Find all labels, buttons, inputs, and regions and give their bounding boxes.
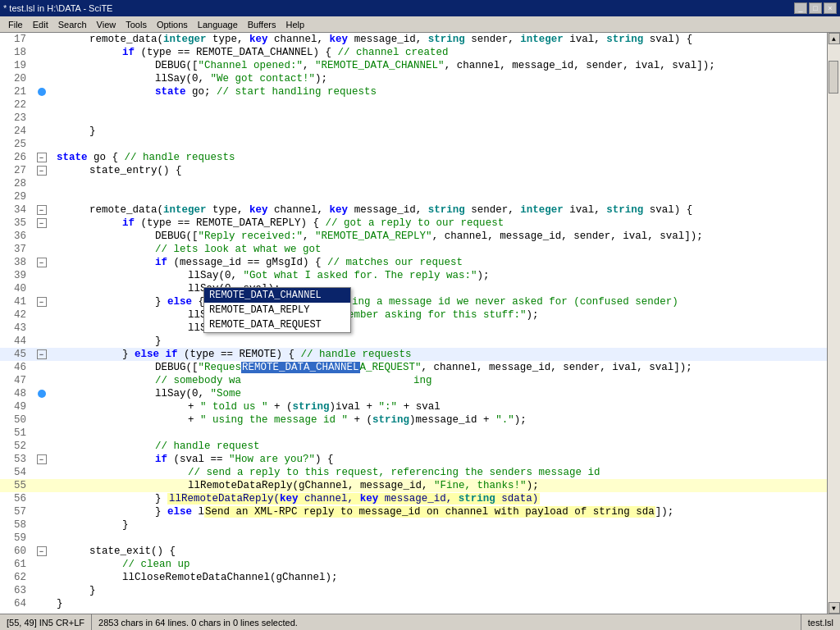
editor[interactable]: 17 remote_data(integer type, key channel… — [0, 33, 840, 614]
fold-marker[interactable]: − — [37, 205, 47, 215]
autocomplete-dropdown[interactable]: REMOTE_DATA_CHANNEL REMOTE_DATA_REPLY RE… — [203, 287, 351, 333]
close-button[interactable]: × — [824, 2, 837, 14]
menu-search[interactable]: Search — [53, 18, 92, 31]
table-row: 17 remote_data(integer type, key channel… — [0, 33, 827, 46]
table-row: 21 state go; // start handling requests — [0, 85, 827, 98]
cursor-position: [55, 49] IN5 CR+LF — [0, 614, 92, 630]
autocomplete-item-1[interactable]: REMOTE_DATA_REPLY — [204, 303, 350, 317]
table-row: 47 // somebody wa ing — [0, 374, 827, 387]
table-row: 60 − state_exit() { — [0, 545, 827, 558]
fold-marker[interactable]: − — [37, 258, 47, 267]
table-row: 43 llSay(0, sval); — [0, 322, 827, 335]
filename: test.lsl — [801, 614, 840, 630]
table-row: 54 // send a reply to this request, refe… — [0, 466, 827, 479]
table-row: 48 llSay(0, "Some — [0, 387, 827, 400]
titlebar-buttons[interactable]: _ □ × — [794, 2, 837, 14]
table-row: 62 llCloseRemoteDataChannel(gChannel); — [0, 571, 827, 584]
menu-language[interactable]: Language — [193, 18, 243, 31]
vertical-scrollbar[interactable]: ▲ ▼ — [827, 33, 840, 614]
fold-marker[interactable]: − — [37, 218, 47, 228]
table-row: 45 − } else if (type == REMOTE) { // han… — [0, 348, 827, 361]
fold-marker[interactable]: − — [37, 546, 47, 556]
menu-help[interactable]: Help — [281, 18, 309, 31]
table-row: 40 llSay(0, sval); — [0, 282, 827, 295]
menu-edit[interactable]: Edit — [28, 18, 53, 31]
table-row: 50 + " using the message id " + (string)… — [0, 413, 827, 427]
menu-tools[interactable]: Tools — [121, 18, 152, 31]
scroll-up-button[interactable]: ▲ — [829, 33, 840, 44]
table-row: 56 } llRemoteDataReply(key channel, key … — [0, 492, 827, 505]
table-row: 34 − remote_data(integer type, key chann… — [0, 203, 827, 217]
code-container: 17 remote_data(integer type, key channel… — [0, 33, 840, 614]
fold-marker[interactable]: − — [37, 297, 47, 307]
scroll-down-button[interactable]: ▼ — [829, 602, 840, 614]
menu-options[interactable]: Options — [152, 18, 193, 31]
scroll-track[interactable] — [828, 44, 840, 602]
table-row: 61 // clean up — [0, 558, 827, 571]
menubar: File Edit Search View Tools Options Lang… — [0, 16, 840, 33]
file-info: 2853 chars in 64 lines. 0 chars in 0 lin… — [92, 614, 801, 630]
table-row: 55 llRemoteDataReply(gChannel, message_i… — [0, 479, 827, 492]
table-row: 49 + " told us " + (string)ival + ":" + … — [0, 400, 827, 413]
table-row: 51 — [0, 427, 827, 440]
menu-file[interactable]: File — [3, 18, 28, 31]
table-row: 63 } — [0, 584, 827, 597]
maximize-button[interactable]: □ — [809, 2, 822, 14]
titlebar: * test.lsl in H:\DATA - SciTE _ □ × — [0, 0, 840, 16]
table-row: 64 } — [0, 597, 827, 610]
table-row: 46 DEBUG(["RequesREMOTE_DATA_CHANNELA_RE… — [0, 361, 827, 374]
table-row: 25 — [0, 138, 827, 151]
table-row: 27 − state_entry() { — [0, 164, 827, 177]
table-row: 22 — [0, 98, 827, 112]
table-row: 18 if (type == REMOTE_DATA_CHANNEL) { //… — [0, 46, 827, 59]
fold-marker[interactable]: − — [37, 349, 47, 359]
scroll-thumb[interactable] — [829, 61, 838, 94]
fold-marker[interactable]: − — [37, 166, 47, 176]
table-row: 52 // handle request — [0, 440, 827, 453]
menu-view[interactable]: View — [92, 18, 121, 31]
menu-buffers[interactable]: Buffers — [243, 18, 281, 31]
table-row: 29 — [0, 190, 827, 203]
statusbar: [55, 49] IN5 CR+LF 2853 chars in 64 line… — [0, 614, 840, 630]
table-row: 24 } — [0, 125, 827, 138]
minimize-button[interactable]: _ — [794, 2, 807, 14]
table-row: 41 − } else { // got a reply referencing… — [0, 295, 827, 308]
table-row: 37 // lets look at what we got — [0, 243, 827, 256]
table-row: 58 } — [0, 518, 827, 532]
code-area[interactable]: 17 remote_data(integer type, key channel… — [0, 33, 827, 614]
table-row: 59 — [0, 532, 827, 545]
table-row: 26 − state go { // handle requests — [0, 151, 827, 164]
table-row: 38 − if (message_id == gMsgId) { // matc… — [0, 256, 827, 269]
table-row: 57 } else lSend an XML-RPC reply to mess… — [0, 505, 827, 518]
table-row: 39 llSay(0, "Got what I asked for. The r… — [0, 269, 827, 282]
table-row: 20 llSay(0, "We got contact!"); — [0, 72, 827, 85]
table-row: 42 llSay(0, "Hmm, I don't remember askin… — [0, 308, 827, 322]
autocomplete-item-0[interactable]: REMOTE_DATA_CHANNEL — [204, 288, 350, 303]
tooltip-function: llRemoteDataReply(key channel, key messa… — [167, 493, 540, 504]
table-row: 23 — [0, 112, 827, 125]
fold-marker[interactable]: − — [37, 454, 47, 464]
table-row: 53 − if (sval == "How are you?") { — [0, 453, 827, 466]
table-row: 36 DEBUG(["Reply received:", "REMOTE_DAT… — [0, 230, 827, 243]
table-row: 19 DEBUG(["Channel opened:", "REMOTE_DAT… — [0, 59, 827, 72]
table-row: 35 − if (type == REMOTE_DATA_REPLY) { //… — [0, 217, 827, 230]
fold-marker[interactable]: − — [37, 153, 47, 162]
title-text: * test.lsl in H:\DATA - SciTE — [3, 3, 112, 13]
table-row: 28 — [0, 177, 827, 190]
table-row: 44 } — [0, 335, 827, 348]
autocomplete-item-2[interactable]: REMOTE_DATA_REQUEST — [204, 317, 350, 332]
